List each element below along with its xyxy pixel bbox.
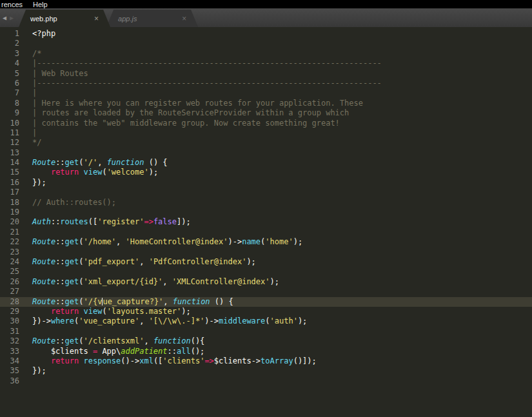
code-text: | [32, 88, 37, 98]
code-line[interactable]: 7| [0, 88, 532, 98]
code-editor[interactable]: 1<?php23/*4|----------------------------… [0, 27, 532, 417]
line-number: 28 [0, 297, 32, 307]
line-number: 34 [0, 356, 32, 366]
code-text: | Web Routes [32, 69, 88, 79]
nav-forward-icon[interactable]: ▶ [10, 15, 14, 21]
code-line[interactable]: 8| Here is where you can register web ro… [0, 99, 532, 108]
code-line[interactable]: 22Route::get('/home', 'HomeController@in… [0, 237, 532, 247]
line-number: 2 [0, 39, 32, 48]
code-line[interactable]: 14Route::get('/', function () { [0, 158, 532, 168]
menu-item-preferences[interactable]: rences [1, 1, 23, 8]
menu-bar: rences Help [0, 0, 532, 8]
code-line[interactable]: 19 [0, 208, 532, 217]
code-line[interactable]: 35}); [0, 366, 532, 376]
line-number: 24 [0, 257, 32, 267]
line-number: 29 [0, 307, 32, 316]
code-text: return response()->xml(['clients'=>$clie… [32, 356, 317, 366]
menu-item-help[interactable]: Help [33, 1, 48, 8]
code-text: $clients = App\addPatient::all(); [32, 347, 204, 356]
line-number: 22 [0, 237, 32, 247]
code-line[interactable]: 18// Auth::routes(); [0, 198, 532, 208]
line-number: 21 [0, 228, 32, 237]
line-number: 4 [0, 59, 32, 68]
code-line[interactable]: 34 return response()->xml(['clients'=>$c… [0, 356, 532, 366]
code-line[interactable]: 16}); [0, 178, 532, 188]
code-text: |---------------------------------------… [32, 59, 382, 68]
tab-app-js[interactable]: app.js × [106, 10, 198, 27]
code-line[interactable]: 1<?php [0, 29, 532, 39]
code-text: }); [32, 178, 46, 188]
line-number: 5 [0, 69, 32, 79]
code-line[interactable]: 11| [0, 128, 532, 138]
code-text: /* [32, 49, 41, 59]
line-number: 8 [0, 99, 32, 108]
line-number: 9 [0, 108, 32, 118]
line-number: 18 [0, 198, 32, 208]
line-number: 17 [0, 188, 32, 197]
line-number: 16 [0, 178, 32, 188]
code-line[interactable]: 25 [0, 267, 532, 276]
code-text: <?php [32, 29, 55, 39]
code-line[interactable]: 6|--------------------------------------… [0, 79, 532, 88]
line-number: 23 [0, 247, 32, 257]
code-line[interactable]: 31 [0, 327, 532, 336]
code-line[interactable]: 36 [0, 376, 532, 386]
line-number: 32 [0, 336, 32, 346]
code-line[interactable]: 21 [0, 228, 532, 237]
code-text: Route::get('/', function () { [32, 158, 168, 168]
code-line[interactable]: 17 [0, 188, 532, 197]
code-text: // Auth::routes(); [32, 198, 116, 208]
tab-web-php[interactable]: web.php × [19, 10, 110, 27]
line-number: 33 [0, 347, 32, 356]
line-number: 25 [0, 267, 32, 276]
tab-label: web.php [30, 15, 94, 23]
code-line[interactable]: 29 return view('layouts.master'); [0, 307, 532, 316]
code-text: | routes are loaded by the RouteServiceP… [32, 108, 349, 118]
code-text: })->where('vue_capture', '[\/\w\.-]*')->… [32, 316, 307, 326]
code-text: }); [32, 366, 46, 376]
close-icon[interactable]: × [182, 15, 186, 23]
code-text: */ [32, 138, 41, 148]
code-line[interactable]: 4|--------------------------------------… [0, 59, 532, 68]
code-line[interactable]: 26Route::get('xml_export/{id}', 'XMLCont… [0, 277, 532, 287]
code-line[interactable]: 32Route::get('/clientsxml', function(){ [0, 336, 532, 346]
tab-bar: ◀ ▶ web.php × app.js × [0, 8, 532, 27]
code-text: Route::get('pdf_export', 'PdfController@… [32, 257, 256, 267]
line-number: 36 [0, 376, 32, 386]
code-line[interactable]: 9| routes are loaded by the RouteService… [0, 108, 532, 118]
code-line[interactable]: 15 return view('welcome'); [0, 168, 532, 177]
nav-back-icon[interactable]: ◀ [3, 15, 6, 21]
code-text: return view('welcome'); [32, 168, 158, 177]
line-number: 6 [0, 79, 32, 88]
code-line[interactable]: 5| Web Routes [0, 69, 532, 79]
line-number: 35 [0, 366, 32, 376]
code-line[interactable]: 20Auth::routes(['register'=>false]); [0, 217, 532, 227]
tab-label: app.js [118, 15, 182, 23]
code-text: return view('layouts.master'); [32, 307, 191, 316]
code-line[interactable]: 24Route::get('pdf_export', 'PdfControlle… [0, 257, 532, 267]
line-number: 30 [0, 316, 32, 326]
code-text: Route::get('/{vue_capture?}', function (… [32, 297, 233, 307]
code-line[interactable]: 28Route::get('/{vue_capture?}', function… [0, 297, 532, 307]
code-text: |---------------------------------------… [32, 79, 382, 88]
line-number: 3 [0, 49, 32, 59]
line-number: 26 [0, 277, 32, 287]
code-line[interactable]: 33 $clients = App\addPatient::all(); [0, 347, 532, 356]
code-text: Route::get('/clientsxml', function(){ [32, 336, 204, 346]
line-number: 27 [0, 287, 32, 296]
line-number: 10 [0, 119, 32, 128]
code-line[interactable]: 13 [0, 148, 532, 158]
code-line[interactable]: 10| contains the "web" middleware group.… [0, 119, 532, 128]
line-number: 12 [0, 138, 32, 148]
code-text: | Here is where you can register web rou… [32, 99, 363, 108]
line-number: 15 [0, 168, 32, 177]
code-line[interactable]: 23 [0, 247, 532, 257]
code-line[interactable]: 12*/ [0, 138, 532, 148]
close-icon[interactable]: × [94, 15, 99, 23]
code-line[interactable]: 30})->where('vue_capture', '[\/\w\.-]*')… [0, 316, 532, 326]
code-line[interactable]: 27 [0, 287, 532, 296]
code-line[interactable]: 2 [0, 39, 532, 48]
line-number: 19 [0, 208, 32, 217]
code-line[interactable]: 3/* [0, 49, 532, 59]
line-number: 13 [0, 148, 32, 158]
